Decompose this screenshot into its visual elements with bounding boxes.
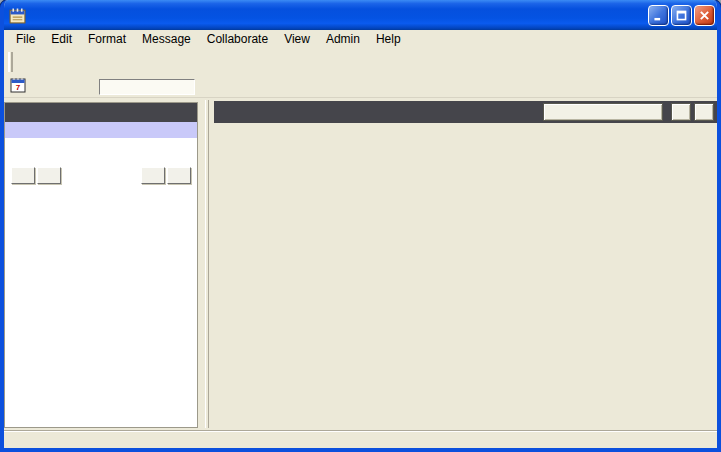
info-bar: 7 <box>4 76 717 98</box>
minimize-button[interactable] <box>648 5 669 26</box>
previous-week-button[interactable] <box>671 103 691 121</box>
next-week-button[interactable] <box>694 103 714 121</box>
menu-view[interactable]: View <box>276 31 318 47</box>
selected-date-header <box>5 103 197 122</box>
prev-year-button[interactable] <box>11 167 35 184</box>
app-icon <box>9 7 26 24</box>
maximize-button[interactable] <box>671 5 692 26</box>
panel-splitter[interactable] <box>201 98 211 430</box>
calendar-mini-icon: 7 <box>10 77 26 96</box>
menu-help[interactable]: Help <box>368 31 409 47</box>
next-month-button[interactable] <box>141 167 165 184</box>
tool-bar <box>4 48 717 76</box>
content-area <box>4 98 717 430</box>
storage-usage <box>99 79 195 95</box>
week-view <box>211 98 717 430</box>
menu-format[interactable]: Format <box>80 31 134 47</box>
today-button[interactable] <box>543 103 663 121</box>
menu-edit[interactable]: Edit <box>43 31 80 47</box>
week-header <box>214 101 717 123</box>
day-panel <box>4 102 198 428</box>
menu-bar: FileEditFormatMessageCollaborateViewAdmi… <box>4 30 717 48</box>
weekend-column <box>475 127 717 430</box>
status-bar <box>4 430 717 448</box>
next-year-button[interactable] <box>167 167 191 184</box>
app-window: FileEditFormatMessageCollaborateViewAdmi… <box>0 0 721 452</box>
prev-month-button[interactable] <box>37 167 61 184</box>
today-banner <box>5 122 197 140</box>
menu-message[interactable]: Message <box>134 31 199 47</box>
svg-text:7: 7 <box>16 83 21 92</box>
toolbar-grip[interactable] <box>8 52 13 72</box>
mini-calendar <box>5 166 197 190</box>
close-button[interactable] <box>694 5 715 26</box>
weekdays-column <box>214 127 471 430</box>
menu-admin[interactable]: Admin <box>318 31 368 47</box>
menu-collaborate[interactable]: Collaborate <box>199 31 276 47</box>
title-bar <box>0 0 721 30</box>
menu-file[interactable]: File <box>8 31 43 47</box>
